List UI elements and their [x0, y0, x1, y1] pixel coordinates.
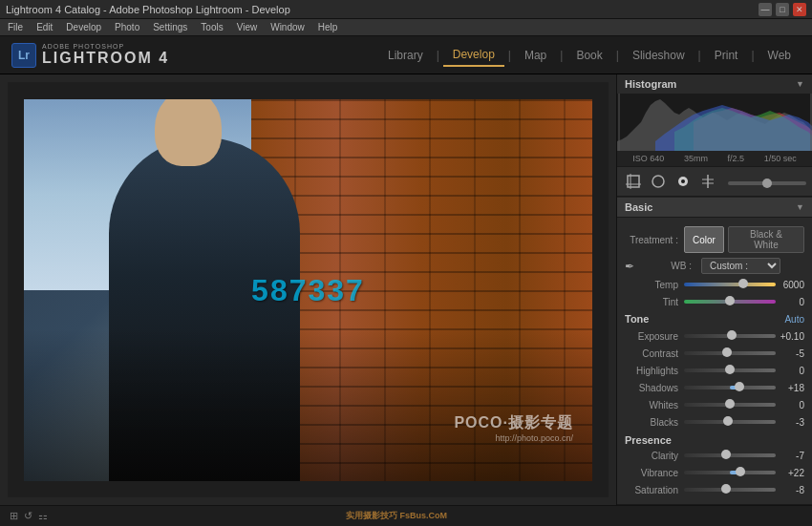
module-slideshow[interactable]: Slideshow	[623, 45, 694, 66]
menu-tools[interactable]: Tools	[201, 22, 223, 32]
highlights-thumb[interactable]	[725, 365, 735, 374]
saturation-thumb[interactable]	[721, 484, 731, 494]
top-nav: Lr ADOBE PHOTOSHOP LIGHTROOM 4 Library |…	[0, 36, 812, 74]
loop-icon[interactable]: ↺	[24, 510, 32, 522]
clarity-track	[684, 453, 776, 457]
tint-label: Tint	[625, 297, 684, 307]
menu-window[interactable]: Window	[270, 22, 305, 32]
module-map[interactable]: Map	[515, 45, 556, 66]
menu-photo[interactable]: Photo	[115, 22, 139, 32]
vibrance-thumb[interactable]	[736, 467, 745, 476]
saturation-track	[684, 488, 776, 492]
svg-rect-3	[628, 176, 639, 187]
nav-sep-6: |	[751, 49, 754, 62]
whites-thumb[interactable]	[725, 399, 735, 409]
bottom-watermark: 实用摄影技巧 FsBus.CoM	[346, 510, 447, 522]
tone-title: Tone	[625, 313, 649, 325]
adobe-text: ADOBE PHOTOSHOP	[42, 43, 169, 50]
shutter-info: 1/50 sec	[764, 154, 797, 163]
gradient-tool[interactable]	[697, 171, 718, 192]
blacks-value: -3	[776, 417, 804, 428]
contrast-value: -5	[776, 348, 804, 359]
wb-eyedropper[interactable]: ✒	[625, 260, 634, 273]
wb-dropdown[interactable]: Custom : As Shot Auto Daylight Cloudy Sh…	[701, 258, 780, 274]
nav-sep-5: |	[698, 49, 701, 62]
saturation-value: -8	[776, 485, 804, 495]
exposure-track	[684, 334, 776, 338]
histogram-canvas	[617, 94, 812, 151]
module-web[interactable]: Web	[759, 45, 801, 66]
redeye-tool[interactable]	[673, 171, 694, 192]
menu-view[interactable]: View	[237, 22, 258, 32]
lr-badge: Lr	[11, 43, 36, 68]
main-content: 587337 POCO·摄影专题 http://photo.poco.cn/ H…	[0, 74, 812, 505]
module-library[interactable]: Library	[378, 45, 433, 66]
logo-area: Lr ADOBE PHOTOSHOP LIGHTROOM 4	[11, 43, 169, 68]
temp-row: Temp 6000	[617, 276, 812, 293]
basic-section-header[interactable]: Basic ▼	[617, 197, 812, 218]
shadows-value: +18	[776, 383, 804, 393]
basic-arrow: ▼	[796, 202, 804, 212]
nav-sep-4: |	[616, 49, 619, 62]
clarity-thumb[interactable]	[721, 450, 731, 459]
module-book[interactable]: Book	[566, 45, 611, 66]
treatment-buttons: Color Black & White	[684, 226, 804, 253]
menu-edit[interactable]: Edit	[36, 22, 53, 32]
menu-help[interactable]: Help	[318, 22, 338, 32]
crop-tool[interactable]	[623, 171, 644, 192]
vibrance-value: +22	[776, 468, 804, 478]
close-button[interactable]: ✕	[793, 3, 806, 16]
whites-slider-area	[684, 403, 776, 407]
saturation-label: Saturation	[625, 485, 684, 495]
clarity-label: Clarity	[625, 451, 684, 461]
shadows-thumb[interactable]	[735, 382, 744, 391]
right-panel: Histogram ▼	[616, 74, 812, 505]
clarity-slider-area	[684, 453, 776, 457]
tool-opacity-slider[interactable]	[728, 181, 806, 185]
contrast-slider-area	[684, 351, 776, 355]
exposure-label: Exposure	[625, 331, 684, 342]
blacks-thumb[interactable]	[723, 416, 733, 426]
photo-background	[24, 99, 592, 481]
temp-label: Temp	[625, 280, 684, 290]
menu-file[interactable]: File	[8, 22, 23, 32]
minimize-button[interactable]: —	[759, 3, 772, 16]
menu-develop[interactable]: Develop	[66, 22, 101, 32]
contrast-thumb[interactable]	[722, 347, 732, 357]
compare-icon[interactable]: ⚏	[38, 510, 48, 522]
title-bar-text: Lightroom 4 Catalog - Adobe Photoshop Li…	[6, 4, 290, 15]
presence-title: Presence	[625, 434, 672, 446]
treatment-color-btn[interactable]: Color	[684, 226, 724, 253]
nav-sep-1: |	[437, 49, 439, 62]
nav-sep-3: |	[560, 49, 563, 62]
nav-sep-2: |	[508, 49, 511, 62]
menu-settings[interactable]: Settings	[153, 22, 187, 32]
temp-thumb[interactable]	[738, 279, 748, 288]
tint-thumb[interactable]	[725, 296, 735, 305]
svg-point-8	[681, 179, 685, 183]
contrast-track	[684, 351, 776, 355]
saturation-slider-area	[684, 488, 776, 492]
vibrance-slider-area	[684, 471, 776, 474]
treatment-label: Treatment :	[625, 235, 684, 245]
blacks-row: Blacks -3	[617, 413, 812, 431]
spot-tool[interactable]	[648, 171, 669, 192]
grid-icon[interactable]: ⊞	[10, 510, 18, 522]
tool-slider-area	[728, 176, 806, 187]
treatment-bw-btn[interactable]: Black & White	[728, 226, 804, 253]
module-develop[interactable]: Develop	[443, 44, 504, 67]
temp-value: 6000	[776, 280, 804, 290]
exposure-thumb[interactable]	[727, 330, 737, 340]
highlights-value: 0	[776, 366, 804, 376]
highlights-track	[684, 368, 776, 372]
exposure-slider-area	[684, 334, 776, 338]
clarity-row: Clarity -7	[617, 447, 812, 464]
tone-auto-button[interactable]: Auto	[784, 314, 804, 325]
maximize-button[interactable]: □	[776, 3, 789, 16]
photo-container: 587337 POCO·摄影专题 http://photo.poco.cn/	[24, 99, 592, 481]
blacks-slider-area	[684, 420, 776, 424]
module-print[interactable]: Print	[705, 45, 748, 66]
whites-track	[684, 403, 776, 407]
presence-header: Presence	[617, 431, 812, 447]
bottom-left-controls: ⊞ ↺ ⚏	[10, 510, 48, 522]
